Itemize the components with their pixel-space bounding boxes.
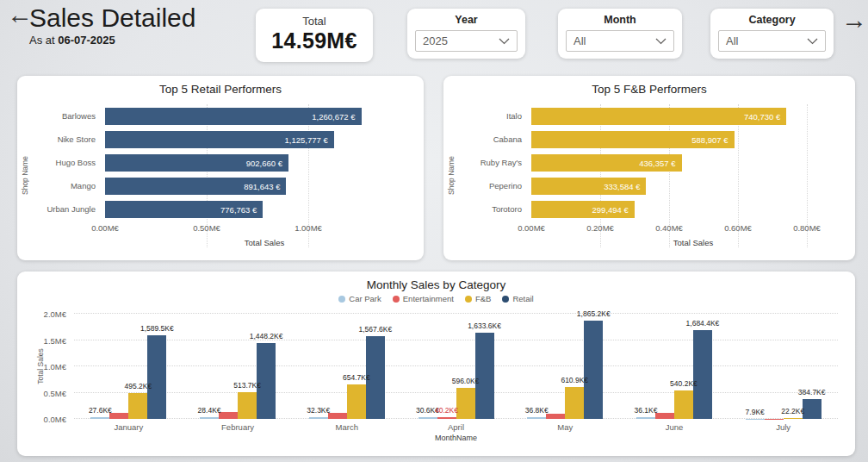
column-may-f-b[interactable] xyxy=(565,387,584,419)
bar-track: 333,584 € xyxy=(531,178,841,195)
value-label: 1,684.4K€ xyxy=(686,319,720,328)
bar-urban-jungle[interactable]: 776,763 € xyxy=(105,201,263,218)
legend-dot-icon xyxy=(502,296,509,303)
column-february-f-b[interactable] xyxy=(238,392,257,419)
chevron-down-icon xyxy=(807,38,818,45)
month-dropdown[interactable]: All xyxy=(566,30,674,52)
column-april-car-park[interactable] xyxy=(418,417,437,419)
value-label: 299,494 € xyxy=(592,204,629,214)
year-filter-label: Year xyxy=(407,14,525,26)
column-july-f-b[interactable] xyxy=(784,418,803,419)
column-january-f-b[interactable] xyxy=(128,393,147,419)
bar-torotoro[interactable]: 299,494 € xyxy=(531,201,635,218)
bar-track: 740,730 € xyxy=(531,108,841,125)
page-title: Sales Detailed xyxy=(29,3,195,33)
column-january-retail[interactable] xyxy=(147,335,166,419)
value-label: 654.7K€ xyxy=(343,373,370,382)
value-label: 902,660 € xyxy=(246,158,282,167)
legend-item-car-park[interactable]: Car Park xyxy=(338,294,381,303)
value-label: 1,865.2K€ xyxy=(577,309,611,318)
axis-tick-label: 1.00M€ xyxy=(294,223,322,233)
column-april-entertainment[interactable] xyxy=(437,417,456,419)
title-block: Sales Detailed As at 06-07-2025 xyxy=(29,3,195,47)
month-group-april: 30.6K€40.2K€596.0K€1,633.6K€ xyxy=(401,314,511,419)
bar-cabana[interactable]: 588,907 € xyxy=(531,131,735,148)
bar-row: Peperino333,584 € xyxy=(459,174,855,197)
chart-title: Top 5 F&B Performers xyxy=(443,76,855,96)
bar-nike-store[interactable]: 1,125,777 € xyxy=(105,131,334,148)
plot-area: Italo740,730 €Cabana588,907 €Ruby Ray's4… xyxy=(459,104,855,247)
column-april-f-b[interactable] xyxy=(456,388,475,419)
forward-arrow-button[interactable]: → xyxy=(841,7,867,33)
value-label: 1,589.5K€ xyxy=(140,324,174,333)
column-february-car-park[interactable] xyxy=(200,417,219,419)
bar-hugo-boss[interactable]: 902,660 € xyxy=(105,154,288,172)
month-label-february: February xyxy=(183,422,293,432)
category-filter-label: Category xyxy=(710,14,834,26)
chevron-down-icon xyxy=(655,38,666,45)
legend: Car ParkEntertainmentF&BRetail xyxy=(17,294,855,303)
month-group-july: 7.9K€22.2K€384.7K€ xyxy=(728,314,838,419)
column-march-entertainment[interactable] xyxy=(328,413,347,419)
value-label: 1,260,672 € xyxy=(312,111,355,121)
category-label: Cabana xyxy=(459,134,531,144)
column-february-entertainment[interactable] xyxy=(219,412,238,419)
total-kpi-label: Total xyxy=(256,15,373,28)
legend-dot-icon xyxy=(465,296,472,303)
column-june-car-park[interactable] xyxy=(636,417,655,419)
axis-tick-label: 1.5M€ xyxy=(44,335,66,345)
x-axis-ticks: JanuaryFebruaryMarchAprilMayJuneJuly xyxy=(74,422,838,432)
column-march-f-b[interactable] xyxy=(347,384,366,419)
bar-ruby-ray-s[interactable]: 436,357 € xyxy=(531,154,682,172)
column-july-retail[interactable] xyxy=(803,399,822,419)
legend-label: F&B xyxy=(475,294,491,303)
bar-row: Mango891,643 € xyxy=(33,174,424,197)
axis-tick-label: 0.60M€ xyxy=(724,223,752,233)
column-june-retail[interactable] xyxy=(693,330,712,419)
legend-item-f-b[interactable]: F&B xyxy=(465,294,491,303)
value-label: 776,763 € xyxy=(220,204,257,214)
column-january-entertainment[interactable] xyxy=(109,413,128,419)
value-label: 28.4K€ xyxy=(198,406,221,415)
column-june-f-b[interactable] xyxy=(674,390,693,419)
top-retail-performers-chart: Top 5 Retail PerformersShop NameBarlowes… xyxy=(17,76,424,260)
year-dropdown[interactable]: 2025 xyxy=(415,30,518,52)
bar-italo[interactable]: 740,730 € xyxy=(531,108,786,125)
bar-row: Italo740,730 € xyxy=(459,104,855,128)
value-label: 22.2K€ xyxy=(781,407,804,415)
month-label-january: January xyxy=(74,422,183,432)
column-january-car-park[interactable] xyxy=(90,417,109,419)
column-may-car-park[interactable] xyxy=(527,417,546,419)
chart-title: Monthly Sales by Category xyxy=(17,272,855,291)
legend-item-retail[interactable]: Retail xyxy=(502,294,533,303)
plot-area: Barlowes1,260,672 €Nike Store1,125,777 €… xyxy=(33,104,424,247)
month-label-march: March xyxy=(292,422,401,432)
total-kpi-value: 14.59M€ xyxy=(256,28,373,53)
bar-row: Barlowes1,260,672 € xyxy=(33,104,424,128)
legend-item-entertainment[interactable]: Entertainment xyxy=(393,294,454,303)
bar-peperino[interactable]: 333,584 € xyxy=(531,178,646,195)
bar-groups: 27.6K€495.2K€1,589.5K€28.4K€513.7K€1,448… xyxy=(74,314,838,419)
category-filter-card: Category All xyxy=(710,9,834,59)
bar-barlowes[interactable]: 1,260,672 € xyxy=(105,108,362,125)
month-label-july: July xyxy=(728,422,838,432)
bar-mango[interactable]: 891,643 € xyxy=(105,178,286,195)
column-march-car-park[interactable] xyxy=(309,417,328,419)
column-june-entertainment[interactable] xyxy=(655,413,674,419)
value-label: 596.0K€ xyxy=(452,377,480,385)
month-group-may: 36.8K€610.9K€1,865.2K€ xyxy=(511,314,620,419)
as-at-prefix: As at xyxy=(29,34,58,47)
column-may-entertainment[interactable] xyxy=(546,414,565,419)
category-label: Nike Store xyxy=(33,134,105,144)
bar-track: 299,494 € xyxy=(531,201,841,218)
bar-row: Hugo Boss902,660 € xyxy=(33,151,424,174)
axis-tick-label: 0.40M€ xyxy=(655,223,683,233)
column-may-retail[interactable] xyxy=(584,321,603,419)
bar-track: 902,660 € xyxy=(105,154,410,172)
value-label: 1,125,777 € xyxy=(284,134,327,144)
axis-tick-label: 0.5M€ xyxy=(44,388,66,397)
month-filter-card: Month All xyxy=(558,9,682,59)
bar-row: Cabana588,907 € xyxy=(459,128,855,151)
category-dropdown[interactable]: All xyxy=(718,30,826,52)
axis-tick-label: 0.00M€ xyxy=(518,223,545,233)
